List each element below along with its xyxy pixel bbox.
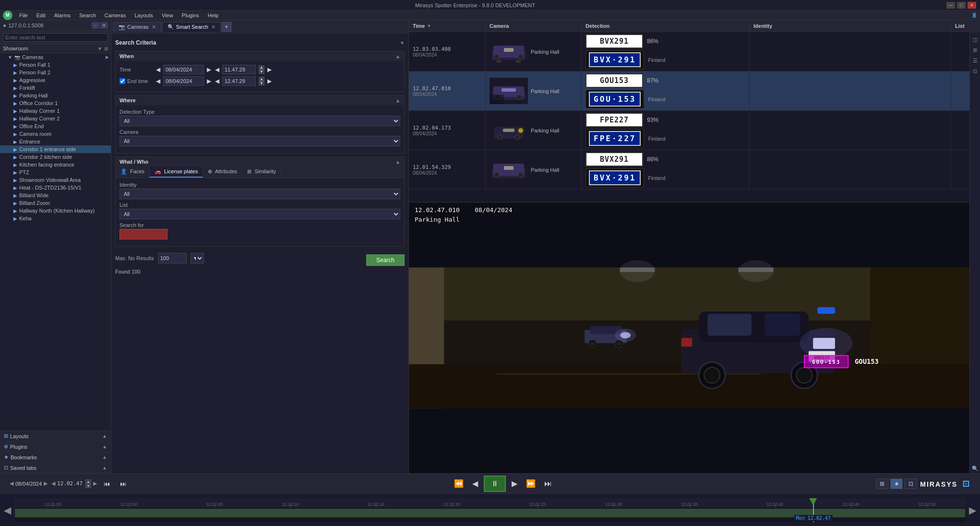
step-back-button[interactable]: ◀	[469, 477, 481, 490]
time-down-button[interactable]: ▼	[85, 484, 91, 488]
end-time-value-input[interactable]	[222, 76, 256, 86]
sidebar-tool-3[interactable]: ⊞	[970, 45, 980, 55]
sidebar-tool-5[interactable]: ⊡	[970, 66, 980, 76]
sidebar-item-kitchen-facing[interactable]: ▶ Kitchen facing entrance	[0, 161, 111, 168]
search-for-input[interactable]	[120, 229, 167, 239]
sidebar-item-camera-room[interactable]: ▶ Camera room	[0, 130, 111, 138]
plugins-section[interactable]: ⊕ Plugins ▲	[0, 442, 111, 452]
table-row[interactable]: 12.02.04.173 08/04/2024	[409, 111, 980, 150]
sidebar-item-billiard-zoom[interactable]: ▶ Billiard Zoom	[0, 199, 111, 207]
end-time-decrement-button[interactable]: ▼	[259, 81, 264, 85]
end-time-date-input[interactable]	[163, 76, 204, 86]
table-row[interactable]: 12.02.47.010 08/04/2024	[409, 72, 980, 111]
menu-plugins[interactable]: Plugins	[178, 12, 203, 19]
table-row[interactable]: 12.01.54.329 08/04/2024	[409, 150, 980, 190]
pause-button[interactable]: ⏸	[484, 476, 506, 492]
saved-tabs-section[interactable]: ⊡ Saved tabs ▲	[0, 463, 111, 473]
end-time-increment-button[interactable]: ▲	[259, 77, 264, 81]
list-select[interactable]: All	[120, 209, 400, 219]
end-time-next-button[interactable]: ▶	[206, 78, 212, 84]
time-next-button[interactable]: ▶	[206, 66, 212, 73]
date-prev-icon[interactable]: ◀	[10, 480, 13, 487]
menu-file[interactable]: File	[15, 12, 32, 19]
rewind-button[interactable]: ⏪	[451, 477, 466, 490]
layouts-section[interactable]: ⊞ Layouts ▲	[0, 431, 111, 442]
tree-cameras-group[interactable]: ▼ 📷 Cameras ▶	[0, 53, 111, 61]
maximize-button[interactable]: □	[957, 2, 966, 9]
tab-smart-search-close[interactable]: ✕	[211, 24, 215, 30]
tab-faces[interactable]: 👤 Faces	[116, 167, 150, 178]
time-increment-button[interactable]: ▲	[259, 65, 264, 70]
time-next-arrow[interactable]: ▶	[93, 480, 97, 487]
sidebar-item-ptz[interactable]: ▶ PTZ	[0, 168, 111, 176]
layout-split-button[interactable]: ⊡	[905, 478, 917, 489]
tab-cameras-close[interactable]: ✕	[152, 24, 156, 30]
bookmarks-section[interactable]: ★ Bookmarks ▲	[0, 452, 111, 463]
minimize-button[interactable]: —	[946, 2, 955, 9]
menu-view[interactable]: View	[158, 12, 177, 19]
when-section-header[interactable]: When ▲	[116, 51, 404, 61]
time-prev-button[interactable]: ◀	[155, 66, 161, 73]
time-decrement-button[interactable]: ▼	[259, 70, 264, 74]
timeline-track[interactable]: 12.01.55 12.02.00 12.02.05 12.02.10 12.0…	[15, 498, 965, 522]
add-tab-button[interactable]: +	[222, 22, 231, 32]
tab-cameras[interactable]: 📷 Cameras ✕	[113, 22, 161, 32]
tab-license-plates[interactable]: 🚗 License plates	[150, 167, 203, 178]
camera-select[interactable]: All	[120, 136, 400, 146]
sidebar-item-aggressive[interactable]: ▶ Aggressive	[0, 76, 111, 84]
end-time-next2-button[interactable]: ▶	[266, 78, 273, 84]
menu-help[interactable]: Help	[204, 12, 223, 19]
showroom-bar[interactable]: Showroom ▼ ⊞	[0, 44, 111, 53]
sidebar-item-entrance[interactable]: ▶ Entrance	[0, 138, 111, 145]
sidebar-item-showroom-videowall[interactable]: ▶ Showroom Videowall Area	[0, 176, 111, 184]
col-header-identity[interactable]: Identity	[750, 20, 951, 32]
sidebar-item-corridor-1-entrance[interactable]: ▶ Corridor 1 entrance side	[0, 145, 111, 153]
sidebar-item-heat[interactable]: ▶ Heat - DS-2TD2136-15/V1	[0, 184, 111, 191]
end-time-prev-button[interactable]: ◀	[155, 78, 161, 84]
tab-similarity[interactable]: ⊞ Similarity	[242, 167, 281, 178]
sidebar-item-office-end[interactable]: ▶ Office End	[0, 122, 111, 130]
fast-forward-button[interactable]: ⏩	[523, 477, 538, 490]
timeline-prev-button[interactable]: ◀	[0, 504, 15, 516]
sidebar-item-parking-hall[interactable]: ▶ Parking Hall	[0, 92, 111, 99]
table-row[interactable]: 12.03.03.408 08/04/2024	[409, 32, 980, 72]
search-button[interactable]: Search	[366, 254, 405, 266]
sidebar-item-billiard-wide[interactable]: ▶ Billiard Wide	[0, 191, 111, 199]
sidebar-item-office-corridor-1[interactable]: ▶ Office Corridor 1	[0, 99, 111, 107]
time-date-input[interactable]	[163, 65, 204, 74]
skip-forward-button[interactable]: ⏭	[541, 478, 555, 490]
sidebar-item-hallway-north[interactable]: ▶ Hallway North (Kitchen Hallway)	[0, 207, 111, 215]
detection-type-select[interactable]: All	[120, 116, 400, 126]
date-next-icon[interactable]: ▶	[44, 480, 48, 487]
menu-search[interactable]: Search	[75, 12, 100, 19]
sidebar-item-person-fall-2[interactable]: ▶ Person Fall 2	[0, 69, 111, 76]
max-results-dropdown[interactable]: ▼	[191, 253, 204, 263]
where-section-header[interactable]: Where ▲	[116, 96, 404, 105]
menu-layouts[interactable]: Layouts	[131, 12, 157, 19]
sidebar-tool-search[interactable]: 🔍	[970, 464, 980, 473]
sidebar-tool-4[interactable]: ☰	[970, 56, 980, 65]
col-header-camera[interactable]: Camera	[486, 20, 582, 32]
time-next2-button[interactable]: ▶	[266, 66, 273, 73]
sidebar-item-person-fall-1[interactable]: ▶ Person Fall 1	[0, 61, 111, 69]
timeline-next-button[interactable]: ▶	[965, 504, 980, 516]
menu-edit[interactable]: Edit	[33, 12, 49, 19]
sidebar-item-forklift[interactable]: ▶ Forklift	[0, 84, 111, 92]
layout-bookmark-button[interactable]: ★	[890, 478, 903, 489]
tab-attributes[interactable]: ⊕ Attributes	[203, 167, 242, 178]
close-connection-button[interactable]: ✕	[100, 22, 108, 29]
sidebar-item-hallway-corner-1[interactable]: ▶ Hallway Corner 1	[0, 107, 111, 115]
layout-grid-button[interactable]: ⊞	[876, 478, 888, 489]
next-frame-button[interactable]: ⏭	[117, 478, 130, 490]
sidebar-tool-2[interactable]: ◫	[970, 35, 980, 44]
max-results-input[interactable]	[158, 253, 187, 263]
sidebar-item-hallway-corner-2[interactable]: ▶ Hallway Corner 2	[0, 115, 111, 122]
sidebar-item-keha[interactable]: ▶ Keha	[0, 215, 111, 222]
play-button[interactable]: ▶	[509, 477, 520, 490]
identity-select[interactable]: All	[120, 189, 400, 199]
col-header-time[interactable]: Time ▼	[409, 20, 486, 32]
time-prev2-button[interactable]: ◀	[214, 66, 220, 73]
remove-connection-button[interactable]: −	[92, 22, 99, 29]
time-up-button[interactable]: ▲	[85, 479, 91, 484]
tab-smart-search[interactable]: 🔍 Smart Search ✕	[162, 22, 221, 32]
